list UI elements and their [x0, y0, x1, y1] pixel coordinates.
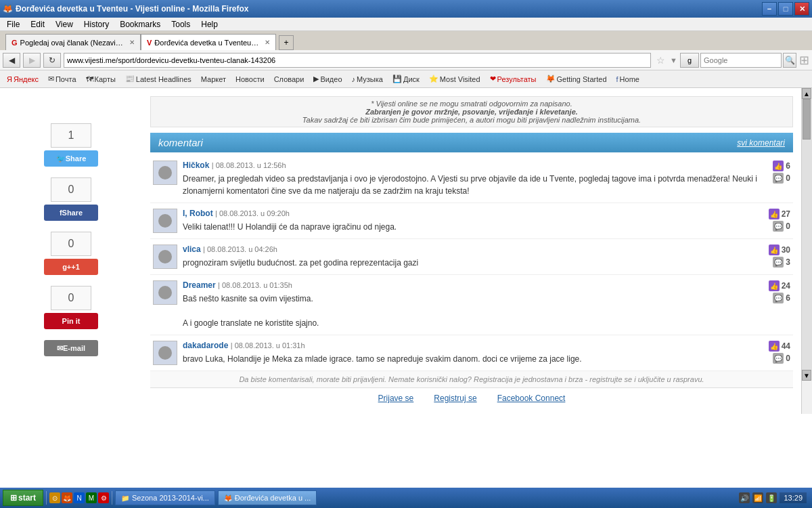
- start-button[interactable]: ⊞ start: [3, 490, 43, 506]
- bm-rezultati[interactable]: ❤Результаты: [486, 73, 541, 85]
- upvote-thumb-1[interactable]: 👍: [769, 209, 780, 219]
- comment-4-avatar: [153, 341, 177, 365]
- comment-0-down: 0: [786, 173, 790, 183]
- comment-1: I, Robot | 08.08.2013. u 09:20h Veliki t…: [150, 203, 793, 239]
- tray-icon-3[interactable]: 🔋: [766, 492, 777, 503]
- comment-2-author[interactable]: vlica: [183, 245, 201, 254]
- downvote-thumb-3[interactable]: 💬: [773, 293, 784, 303]
- downvote-thumb[interactable]: 💬: [773, 173, 784, 184]
- comment-0-author[interactable]: Hičkok: [183, 161, 209, 170]
- bm-karty[interactable]: 🗺Карты: [82, 74, 120, 85]
- notice-bold: Zabranjen je govor mržnje, psovanje, vri…: [365, 108, 578, 116]
- bm-headlines[interactable]: 📰Latest Headlines: [121, 73, 196, 85]
- menu-edit[interactable]: Edit: [26, 18, 49, 30]
- comment-1-date: | 08.08.2013. u 09:20h: [215, 209, 290, 217]
- menu-tools[interactable]: Tools: [167, 18, 194, 30]
- search-input[interactable]: [700, 53, 782, 68]
- tab-0[interactable]: G Pogledaj ovaj članak (Nezavisni dnevni…: [5, 34, 141, 50]
- taskbar-right: 🔊 📶 🔋 13:29: [739, 492, 809, 503]
- maximize-button[interactable]: □: [778, 2, 793, 16]
- tray-icon-2[interactable]: 📶: [752, 492, 763, 503]
- comment-4-author[interactable]: dakadarode: [183, 341, 228, 350]
- menu-file[interactable]: File: [3, 18, 24, 30]
- bm-novosti[interactable]: Новости: [231, 74, 269, 85]
- pinterest-button[interactable]: Pin it: [44, 313, 98, 329]
- bm-most-visited[interactable]: ⭐Most Visited: [425, 73, 484, 85]
- upvote-thumb-3[interactable]: 👍: [769, 280, 780, 291]
- tab-1-close[interactable]: ✕: [265, 39, 270, 46]
- downvote-thumb-2[interactable]: 💬: [773, 257, 784, 268]
- comments-header: komentari svi komentari: [150, 133, 793, 152]
- bm-slovari[interactable]: Словари: [270, 74, 309, 85]
- taskbar-item-1[interactable]: 🦊 Đorđevića devetka u ...: [218, 490, 317, 505]
- ql-icon-3[interactable]: N: [74, 492, 85, 503]
- taskbar: ⊞ start ⊙ 🦊 N M ⚙ 📁 Sezona 2013-2014-vi.…: [0, 488, 812, 508]
- register-link[interactable]: Registruj se: [434, 394, 476, 403]
- ql-icon-5[interactable]: ⚙: [98, 492, 109, 503]
- menu-help[interactable]: Help: [197, 18, 222, 30]
- comment-4-down: 0: [786, 354, 790, 363]
- forward-button[interactable]: ▶: [23, 53, 41, 68]
- facebook-connect-link[interactable]: Facebook Connect: [497, 394, 566, 403]
- ql-icon-2[interactable]: 🦊: [62, 492, 72, 503]
- tweet-button[interactable]: 🐦 Share: [44, 150, 98, 167]
- comment-3-author[interactable]: Dreamer: [183, 280, 216, 290]
- bm-getting-started[interactable]: 🦊Getting Started: [542, 73, 611, 85]
- ql-icon-1[interactable]: ⊙: [49, 492, 60, 503]
- bm-video[interactable]: ▶Видео: [309, 73, 346, 85]
- comment-1-text: Veliki talenat!!! U Holandiji će da napr…: [183, 221, 758, 233]
- comment-4-body: dakadarode | 08.08.2013. u 01:31h bravo …: [183, 341, 758, 365]
- bm-yandex[interactable]: Я Яндекс: [3, 74, 43, 85]
- tray-icon-1[interactable]: 🔊: [739, 492, 750, 503]
- ql-icon-4[interactable]: M: [86, 492, 97, 503]
- fb-count: 0: [51, 177, 91, 202]
- search-button[interactable]: 🔍: [783, 53, 796, 68]
- scroll-thumb[interactable]: [803, 99, 811, 140]
- facebook-button[interactable]: f Share: [44, 205, 98, 221]
- taskbar-item-0[interactable]: 📁 Sezona 2013-2014-vi...: [115, 490, 215, 505]
- comments-all-link[interactable]: svi komentari: [737, 138, 785, 148]
- comment-4-votes: 👍 44 💬 0: [763, 341, 790, 365]
- comment-3-up-row: 👍 24: [769, 280, 790, 291]
- back-button[interactable]: ◀: [3, 53, 20, 68]
- close-button[interactable]: ✕: [794, 2, 809, 16]
- bm-pochta[interactable]: ✉Почта: [44, 73, 81, 85]
- tab-1[interactable]: V Đorđevića devetka u Tventeu - Vijesti …: [141, 34, 276, 50]
- menu-history[interactable]: History: [80, 18, 113, 30]
- tab-0-close[interactable]: ✕: [129, 39, 135, 46]
- upvote-thumb-4[interactable]: 👍: [769, 341, 780, 352]
- fullscreen-icon[interactable]: ⊞: [799, 53, 809, 68]
- login-link[interactable]: Prijave se: [378, 394, 414, 403]
- downvote-thumb-1[interactable]: 💬: [773, 221, 784, 232]
- menu-bookmarks[interactable]: Bookmarks: [116, 18, 164, 30]
- bm-muzyka[interactable]: ♪Музыка: [348, 74, 387, 85]
- scroll-down-button[interactable]: ▼: [802, 370, 811, 381]
- bookmark-star-icon[interactable]: ☆: [654, 53, 667, 68]
- comment-0-votes: 👍 6 💬 0: [763, 161, 790, 197]
- email-button[interactable]: ✉ E-mail: [44, 340, 98, 356]
- downvote-thumb-4[interactable]: 💬: [773, 353, 784, 364]
- bookmarks-bar: Я Яндекс ✉Почта 🗺Карты 📰Latest Headlines…: [0, 70, 812, 88]
- menu-view[interactable]: View: [51, 18, 77, 30]
- bm-disk[interactable]: 💾Диск: [388, 73, 424, 85]
- refresh-button[interactable]: ↻: [43, 53, 61, 68]
- address-bar: ◀ ▶ ↻ ☆ ▼ g 🔍 ⊞: [0, 50, 812, 70]
- comment-2-up-row: 👍 30: [769, 245, 790, 255]
- clock: 13:29: [780, 492, 807, 503]
- upvote-thumb[interactable]: 👍: [773, 161, 784, 171]
- scroll-track[interactable]: [802, 99, 812, 370]
- comment-0: Hičkok | 08.08.2013. u 12:56h Dreamer, j…: [150, 155, 793, 203]
- bm-market[interactable]: Маркет: [197, 74, 230, 85]
- minimize-button[interactable]: −: [762, 2, 777, 16]
- upvote-thumb-2[interactable]: 👍: [769, 245, 780, 255]
- new-tab-button[interactable]: +: [279, 35, 294, 50]
- bm-home[interactable]: fHome: [612, 74, 644, 85]
- scroll-up-button[interactable]: ▲: [802, 88, 811, 99]
- address-input[interactable]: [64, 53, 651, 68]
- tweet-count: 1: [51, 123, 91, 148]
- window-title: Đorđevića devetka u Tventeu - Vijesti on…: [13, 4, 762, 14]
- comment-3-down: 6: [786, 293, 790, 303]
- comment-1-author[interactable]: I, Robot: [183, 209, 213, 218]
- page-wrapper[interactable]: 1 🐦 Share 0 f Share 0 g+ +1: [0, 88, 812, 488]
- gplus-button[interactable]: g+ +1: [44, 259, 98, 275]
